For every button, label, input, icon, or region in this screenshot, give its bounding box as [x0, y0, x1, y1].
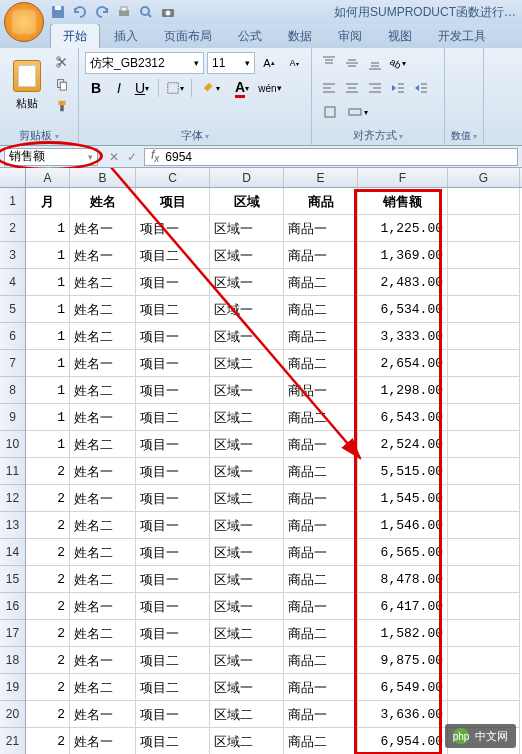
col-header-A[interactable]: A	[26, 168, 70, 187]
cell[interactable]	[448, 674, 520, 701]
cell[interactable]	[448, 593, 520, 620]
cell[interactable]	[448, 296, 520, 323]
col-header-D[interactable]: D	[210, 168, 284, 187]
cell[interactable]: 1,298.00	[358, 377, 448, 404]
row-header[interactable]: 3	[0, 242, 26, 269]
row-header-1[interactable]: 1	[0, 188, 26, 215]
cell[interactable]: 区域一	[210, 296, 284, 323]
cell[interactable]: 项目一	[136, 269, 210, 296]
print-icon[interactable]	[116, 4, 132, 20]
cell[interactable]: 项目二	[136, 242, 210, 269]
cell[interactable]: 项目一	[136, 458, 210, 485]
phonetic-button[interactable]: wén▾	[259, 77, 281, 99]
cell[interactable]: 2	[26, 674, 70, 701]
cell[interactable]: 2,524.00	[358, 431, 448, 458]
cell[interactable]: 月	[26, 188, 70, 215]
cell[interactable]: 姓名一	[70, 458, 136, 485]
row-header[interactable]: 20	[0, 701, 26, 728]
cell[interactable]: 9,875.00	[358, 647, 448, 674]
cell[interactable]: 姓名一	[70, 485, 136, 512]
cell[interactable]: 6,534.00	[358, 296, 448, 323]
cell[interactable]: 姓名二	[70, 512, 136, 539]
cell[interactable]: 3,333.00	[358, 323, 448, 350]
cell[interactable]: 项目一	[136, 539, 210, 566]
cell[interactable]: 商品二	[284, 728, 358, 754]
cell[interactable]: 区域一	[210, 242, 284, 269]
cell[interactable]: 商品一	[284, 701, 358, 728]
row-header[interactable]: 19	[0, 674, 26, 701]
cell[interactable]: 项目一	[136, 701, 210, 728]
row-header[interactable]: 12	[0, 485, 26, 512]
save-icon[interactable]	[50, 4, 66, 20]
col-header-C[interactable]: C	[136, 168, 210, 187]
cell[interactable]: 销售额	[358, 188, 448, 215]
row-header[interactable]: 10	[0, 431, 26, 458]
cell[interactable]: 姓名一	[70, 404, 136, 431]
underline-button[interactable]: U▾	[131, 77, 153, 99]
cell[interactable]: 商品	[284, 188, 358, 215]
cell[interactable]: 1,582.00	[358, 620, 448, 647]
select-all-corner[interactable]	[0, 168, 26, 187]
cut-button[interactable]	[52, 52, 72, 72]
cell[interactable]: 姓名一	[70, 242, 136, 269]
cell[interactable]	[448, 458, 520, 485]
cell[interactable]: 项目一	[136, 512, 210, 539]
cell[interactable]: 1,225.00	[358, 215, 448, 242]
cell[interactable]: 区域一	[210, 512, 284, 539]
cell[interactable]: 商品一	[284, 377, 358, 404]
cell[interactable]: 区域一	[210, 215, 284, 242]
cell[interactable]: 姓名一	[70, 350, 136, 377]
cell[interactable]	[448, 431, 520, 458]
cell[interactable]: 2	[26, 485, 70, 512]
cell[interactable]: 商品一	[284, 242, 358, 269]
cell[interactable]: 姓名二	[70, 323, 136, 350]
cell[interactable]: 区域二	[210, 728, 284, 754]
cell[interactable]: 商品一	[284, 539, 358, 566]
font-color-button[interactable]: A▾	[228, 77, 256, 99]
align-right-button[interactable]	[364, 77, 386, 99]
col-header-E[interactable]: E	[284, 168, 358, 187]
cell[interactable]: 项目一	[136, 323, 210, 350]
cell[interactable]: 商品二	[284, 323, 358, 350]
cell[interactable]: 区域一	[210, 323, 284, 350]
cell[interactable]: 2	[26, 593, 70, 620]
preview-icon[interactable]	[138, 4, 154, 20]
cell[interactable]: 项目二	[136, 647, 210, 674]
tab-视图[interactable]: 视图	[376, 24, 424, 48]
tab-开始[interactable]: 开始	[50, 23, 100, 48]
cell[interactable]	[448, 350, 520, 377]
cell[interactable]: 1	[26, 431, 70, 458]
cell[interactable]: 区域	[210, 188, 284, 215]
cell[interactable]	[448, 512, 520, 539]
border-button[interactable]: ▾	[164, 77, 186, 99]
bold-button[interactable]: B	[85, 77, 107, 99]
row-header[interactable]: 5	[0, 296, 26, 323]
cell[interactable]: 项目一	[136, 485, 210, 512]
increase-indent-button[interactable]	[410, 77, 432, 99]
cell[interactable]: 2,654.00	[358, 350, 448, 377]
cell[interactable]: 项目二	[136, 728, 210, 754]
undo-icon[interactable]	[72, 4, 88, 20]
cell[interactable]: 商品二	[284, 350, 358, 377]
row-header[interactable]: 17	[0, 620, 26, 647]
align-left-button[interactable]	[318, 77, 340, 99]
fill-color-button[interactable]: ▾	[197, 77, 225, 99]
cell[interactable]: 区域一	[210, 593, 284, 620]
cell[interactable]: 姓名一	[70, 701, 136, 728]
cell[interactable]: 姓名二	[70, 539, 136, 566]
row-header[interactable]: 8	[0, 377, 26, 404]
tab-数据[interactable]: 数据	[276, 24, 324, 48]
copy-button[interactable]	[52, 74, 72, 94]
cell[interactable]: 商品一	[284, 593, 358, 620]
row-header[interactable]: 7	[0, 350, 26, 377]
cell[interactable]: 项目二	[136, 296, 210, 323]
cell[interactable]: 2	[26, 701, 70, 728]
cell[interactable]: 1	[26, 323, 70, 350]
cell[interactable]: 1	[26, 269, 70, 296]
tab-开发工具[interactable]: 开发工具	[426, 24, 498, 48]
cell[interactable]: 2,483.00	[358, 269, 448, 296]
font-family-select[interactable]: 仿宋_GB2312▾	[85, 52, 204, 74]
tab-插入[interactable]: 插入	[102, 24, 150, 48]
cell[interactable]: 项目一	[136, 566, 210, 593]
cell[interactable]: 1	[26, 215, 70, 242]
